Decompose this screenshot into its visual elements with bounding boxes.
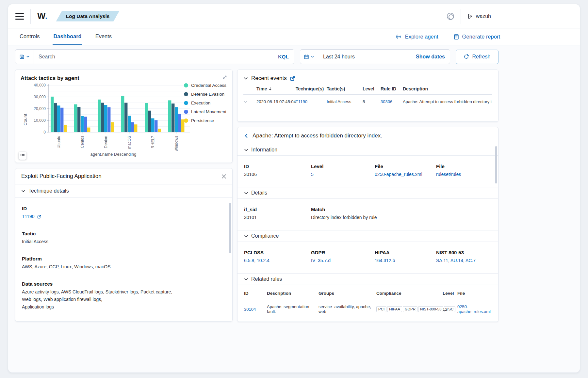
col-rule-id[interactable]: Rule ID [381, 86, 403, 91]
generate-report-button[interactable]: Generate report [453, 34, 500, 40]
bar-Centos-Credential Access[interactable] [74, 104, 77, 132]
search-input[interactable] [34, 54, 273, 60]
bar-macOS-Persistence[interactable] [134, 124, 137, 132]
sort-desc-icon [268, 87, 272, 91]
badge-gdpr: GDPR [403, 306, 417, 312]
breadcrumb[interactable]: Log Data Analysis [56, 11, 120, 22]
status-ring-icon[interactable] [447, 13, 454, 20]
legend-item[interactable]: Defense Evasion [184, 92, 232, 97]
bar-Ubuntu-Lateral Movement[interactable] [60, 108, 63, 132]
legend-toggle-button[interactable] [19, 152, 26, 160]
bar-Debian-Defense Evasion[interactable] [101, 103, 104, 132]
show-dates-button[interactable]: Show dates [411, 54, 450, 60]
col-level[interactable]: Level [363, 86, 381, 91]
bar-Windows-Execution[interactable] [175, 107, 178, 132]
bar-Debian-Persistence[interactable] [111, 122, 114, 132]
bar-Centos-Defense Evasion[interactable] [77, 107, 80, 132]
col-tactics[interactable]: Tactic(s) [327, 86, 363, 91]
badge-nist: NIST-800-53 [418, 306, 443, 312]
legend-item[interactable]: Lateral Movement [184, 109, 232, 114]
bar-macOS-Execution[interactable] [128, 116, 131, 132]
chart-legend: Credential AccessDefense EvasionExecutio… [184, 83, 232, 123]
chevron-down-icon [26, 55, 30, 58]
bar-Debian-Lateral Movement[interactable] [107, 107, 110, 132]
rule-path-link[interactable]: ruleset/rules [436, 172, 461, 177]
bar-macOS-Credential Access[interactable] [121, 96, 124, 132]
related-rule-row[interactable]: 30104 Apache: segmentation fault. servic… [244, 304, 492, 314]
back-chevron-icon[interactable] [244, 134, 249, 138]
related-rules-section-toggle[interactable]: Related rules [237, 273, 498, 285]
bar-macOS-Lateral Movement[interactable] [131, 122, 134, 132]
events-table-header: Time Technique(s) Tactic(s) Level Rule I… [243, 86, 492, 95]
information-section-toggle[interactable]: Information [237, 144, 498, 156]
calendar-button[interactable] [300, 50, 318, 64]
tab-dashboard[interactable]: Dashboard [53, 28, 82, 45]
y-axis-title: Count [23, 114, 28, 125]
close-icon[interactable] [221, 174, 226, 179]
bar-Centos-Persistence[interactable] [87, 128, 90, 132]
explore-agent-button[interactable]: Explore agent [396, 34, 438, 40]
tab-events[interactable]: Events [95, 28, 112, 45]
col-techniques[interactable]: Technique(s) [296, 86, 327, 91]
divider [30, 9, 31, 24]
technique-details-toggle[interactable]: Technique details [15, 184, 232, 198]
external-link-icon[interactable] [290, 76, 295, 81]
row-expand-chevron-icon[interactable] [243, 100, 247, 104]
hipaa-link[interactable]: 164.312.b [375, 258, 395, 263]
bar-Ubuntu-Credential Access[interactable] [51, 97, 54, 132]
gdpr-link[interactable]: IV_35.7.d [311, 258, 331, 263]
compliance-section-toggle[interactable]: Compliance [237, 230, 498, 242]
bar-Debian-Credential Access[interactable] [98, 100, 101, 132]
bar-RHEL7-Credential Access[interactable] [145, 103, 148, 132]
chart-plot: 010,00020,00030,00040,000UbuntuCentosDeb… [32, 83, 194, 151]
bar-RHEL7-Defense Evasion[interactable] [148, 111, 151, 132]
tab-controls[interactable]: Controls [19, 28, 40, 45]
refresh-button[interactable]: Refresh [456, 50, 498, 64]
bar-Ubuntu-Defense Evasion[interactable] [54, 103, 57, 132]
event-rule-id-link[interactable]: 30306 [381, 99, 392, 104]
time-range-value[interactable]: Last 24 hours [318, 54, 355, 60]
rule-file-link[interactable]: 0250-apache_rules.xml [375, 172, 422, 177]
details-fields: if_sid30101 MatchDirectory index forbidd… [237, 199, 498, 230]
bar-RHEL7-Execution[interactable] [151, 118, 154, 132]
bar-RHEL7-Persistence[interactable] [158, 129, 161, 132]
bar-Centos-Lateral Movement[interactable] [84, 117, 87, 132]
bar-Debian-Execution[interactable] [104, 105, 107, 132]
external-link-icon [37, 215, 41, 219]
rule-level-link[interactable]: 5 [311, 172, 314, 177]
bar-Centos-Execution[interactable] [81, 116, 84, 132]
logout-button[interactable]: wazuh [467, 13, 491, 19]
wazuh-logo[interactable]: W. [37, 11, 48, 21]
details-section-toggle[interactable]: Details [237, 187, 498, 199]
related-rule-id-link[interactable]: 30104 [244, 307, 256, 312]
bar-Ubuntu-Persistence[interactable] [64, 125, 67, 132]
legend-item[interactable]: Execution [184, 101, 232, 105]
expand-icon[interactable] [222, 74, 228, 80]
technique-id-link[interactable]: T1190 [22, 214, 35, 219]
pci-link[interactable]: 6.5.8, 10.2.4 [244, 258, 270, 263]
col-time[interactable]: Time [256, 86, 296, 91]
svg-text:10,000: 10,000 [34, 118, 46, 123]
kql-button[interactable]: KQL [273, 54, 294, 60]
scrollbar-thumb[interactable] [229, 203, 231, 253]
bar-Ubuntu-Execution[interactable] [57, 105, 60, 132]
scrollbar-thumb[interactable] [495, 146, 497, 183]
bar-macOS-Defense Evasion[interactable] [124, 103, 127, 132]
event-technique-link[interactable]: T1190 [296, 99, 307, 104]
bar-RHEL7-Lateral Movement[interactable] [155, 120, 157, 132]
legend-item[interactable]: Credential Access [184, 83, 232, 88]
related-rule-groups: service_availability, apache, web [318, 304, 376, 314]
saved-queries-button[interactable] [15, 50, 34, 64]
bar-Windows-Defense Evasion[interactable] [172, 103, 174, 132]
col-description[interactable]: Description [403, 86, 492, 91]
technique-title: Exploit Public-Facing Application [21, 173, 102, 180]
chevron-down-icon[interactable] [243, 76, 248, 81]
related-rule-file-link[interactable]: 0250-apache_rules.xml [457, 304, 491, 314]
event-row[interactable]: 2020-08-19 07:45:04 T1190 Initial Access… [243, 99, 492, 104]
bar-Windows-Lateral Movement[interactable] [178, 114, 181, 132]
nist-link[interactable]: SA.11, AU.14, AC.7 [436, 258, 476, 263]
legend-dot [184, 83, 188, 87]
bar-Windows-Credential Access[interactable] [168, 100, 171, 132]
menu-icon[interactable] [15, 13, 24, 20]
legend-item[interactable]: Persistence [184, 118, 232, 123]
